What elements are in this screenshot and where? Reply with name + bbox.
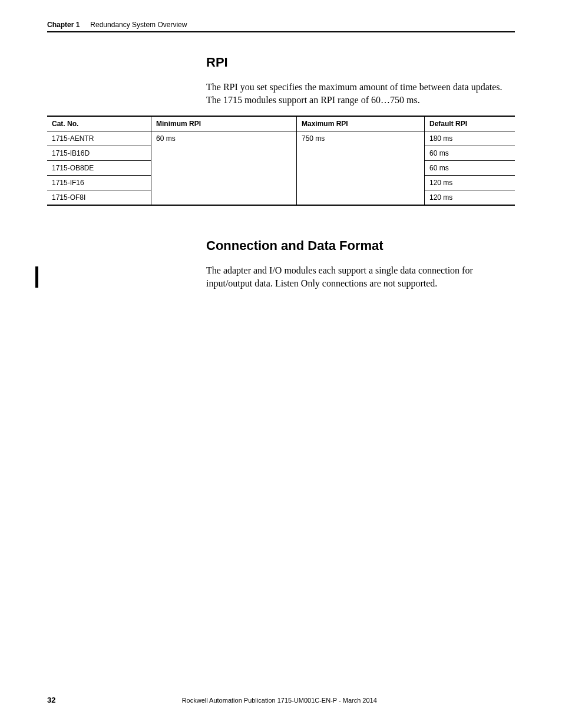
table-row: 1715-AENTR 60 ms 750 ms 180 ms xyxy=(47,131,515,146)
cell-def: 60 ms xyxy=(425,146,515,161)
page-footer: 32 Rockwell Automation Publication 1715-… xyxy=(47,696,515,704)
change-bar-icon xyxy=(35,266,38,288)
cell-catno: 1715-OB8DE xyxy=(47,161,151,176)
rpi-body: The RPI you set specifies the maximum am… xyxy=(206,81,515,106)
th-max: Maximum RPI xyxy=(297,116,425,131)
cell-def: 180 ms xyxy=(425,131,515,146)
cell-def: 120 ms xyxy=(425,190,515,206)
publication-info: Rockwell Automation Publication 1715-UM0… xyxy=(55,697,503,704)
page-header: Chapter 1 Redundancy System Overview xyxy=(47,21,515,32)
connection-heading: Connection and Data Format xyxy=(206,238,515,253)
cell-catno: 1715-IB16D xyxy=(47,146,151,161)
cell-min: 60 ms xyxy=(151,131,297,206)
page-number: 32 xyxy=(47,696,55,704)
th-min: Minimum RPI xyxy=(151,116,297,131)
rpi-table: Cat. No. Minimum RPI Maximum RPI Default… xyxy=(47,116,515,206)
connection-body: The adapter and I/O modules each support… xyxy=(206,264,515,289)
rpi-heading: RPI xyxy=(206,55,515,70)
th-catno: Cat. No. xyxy=(47,116,151,131)
cell-catno: 1715-IF16 xyxy=(47,176,151,190)
chapter-title: Redundancy System Overview xyxy=(90,21,187,29)
th-def: Default RPI xyxy=(425,116,515,131)
cell-def: 120 ms xyxy=(425,176,515,190)
cell-max: 750 ms xyxy=(297,131,425,206)
cell-catno: 1715-AENTR xyxy=(47,131,151,146)
cell-def: 60 ms xyxy=(425,161,515,176)
cell-catno: 1715-OF8I xyxy=(47,190,151,206)
chapter-label: Chapter 1 xyxy=(47,21,80,29)
